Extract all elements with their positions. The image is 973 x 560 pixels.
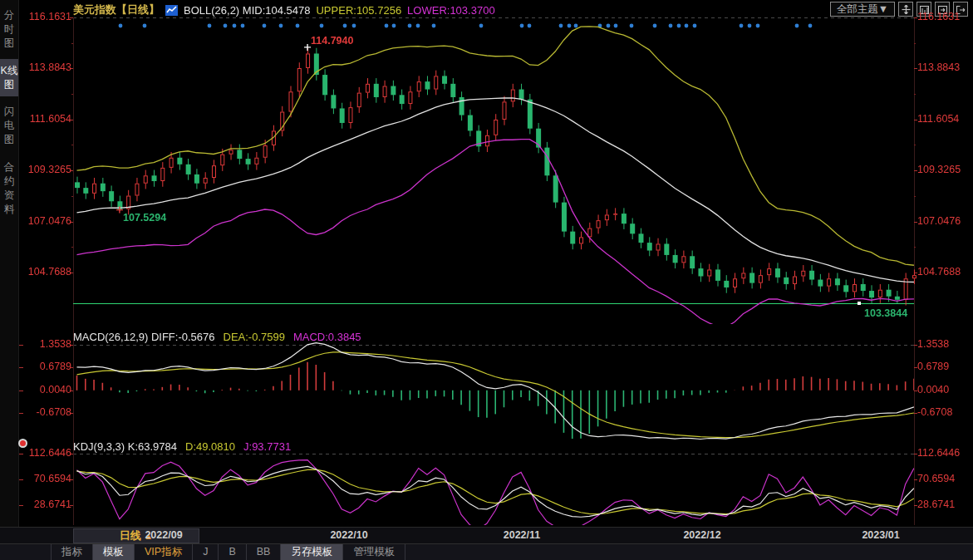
- date-axis-label: 2022/09: [145, 529, 182, 541]
- main-axis-label-left: 107.0476: [20, 215, 71, 227]
- date-axis-label: 2022/10: [330, 529, 367, 541]
- kdj-j-value: J:93.7731: [243, 440, 291, 453]
- boll-upper-value: UPPER:105.7256: [316, 4, 401, 17]
- main-axis-label-left: 104.7688: [20, 266, 71, 278]
- sidebar-tab-1[interactable]: K线图: [0, 59, 18, 97]
- chart-type-icon: [165, 5, 178, 16]
- macd-diff-value: MACD(26,12,9) DIFF:-0.5676: [73, 331, 215, 343]
- main-axis-label-right: 116.1631: [917, 11, 972, 22]
- main-axis-label-right: 107.0476: [917, 215, 972, 227]
- main-axis-label-left: 109.3265: [20, 164, 71, 175]
- macd-axis-label-right: -0.6708: [917, 406, 972, 418]
- toolbar-tab-7[interactable]: 管理模板: [342, 544, 405, 560]
- kdj-header: KDJ(9,3,3) K:63.9784 D:49.0810 J:93.7731: [73, 440, 291, 453]
- boll-mid-value: BOLL(26,2) MID:104.5478: [184, 4, 310, 17]
- chart-header: 美元指数【日线】 BOLL(26,2) MID:104.5478 UPPER:1…: [73, 2, 495, 17]
- kdj-k-value: KDJ(9,3,3) K:63.9784: [73, 440, 177, 453]
- bottom-toolbar: 指标模板VIP指标JBBB另存模板管理模板: [0, 543, 973, 560]
- sidebar-tab-3[interactable]: 合约资料: [0, 155, 18, 222]
- toolbar-tab-6[interactable]: 另存模板: [280, 544, 343, 560]
- kdj-d-value: D:49.0810: [185, 440, 235, 453]
- kdj-axis-label-right: 70.6594: [917, 473, 972, 484]
- low-price-annotation: 107.5294: [123, 212, 166, 224]
- macd-axis-label-left: 0.6789: [20, 361, 71, 372]
- macd-axis-label-left: -0.6708: [20, 406, 71, 418]
- chart-canvas[interactable]: [0, 0, 973, 560]
- date-axis-label: 2023/01: [862, 529, 899, 541]
- main-axis-label-right: 104.7688: [917, 266, 972, 278]
- main-axis-label-right: 109.3265: [917, 164, 972, 175]
- main-axis-label-left: 113.8843: [20, 61, 71, 73]
- main-axis-label-left: 116.1631: [20, 11, 71, 22]
- crosshair-move-icon[interactable]: [898, 2, 913, 17]
- symbol-title: 美元指数【日线】: [73, 2, 160, 17]
- macd-header: MACD(26,12,9) DIFF:-0.5676 DEA:-0.7599 M…: [73, 331, 361, 343]
- main-axis-label-left: 111.6054: [20, 113, 71, 125]
- kdj-axis-label-left: 70.6594: [20, 473, 71, 484]
- chart-mode-sidebar: 分时图K线图闪电图合约资料: [0, 0, 19, 528]
- kdj-axis-label-left: 112.6446: [20, 447, 71, 459]
- toolbar-tab-3[interactable]: J: [192, 544, 219, 560]
- sidebar-tab-0[interactable]: 分时图: [0, 3, 18, 56]
- main-axis-label-right: 111.6054: [917, 113, 972, 125]
- kdj-axis-label-right: 112.6446: [917, 447, 972, 459]
- indicator-target-icon[interactable]: [18, 439, 27, 448]
- kdj-axis-label-right: 28.6741: [917, 499, 972, 510]
- boll-lower-value: LOWER:103.3700: [407, 4, 495, 17]
- macd-axis-label-right: 0.0040: [917, 384, 972, 395]
- sidebar-tab-2[interactable]: 闪电图: [0, 100, 18, 152]
- macd-axis-label-left: 0.0040: [20, 384, 71, 395]
- app-window: 美元指数【日线】 BOLL(26,2) MID:104.5478 UPPER:1…: [0, 0, 973, 560]
- macd-axis-label-right: 0.6789: [917, 361, 972, 372]
- toolbar-tab-2[interactable]: VIP指标: [134, 544, 193, 560]
- date-axis-row: 日线 ▲ 2022/092022/102022/112022/122023/01: [0, 527, 973, 544]
- date-axis-label: 2022/11: [504, 529, 541, 541]
- last-price-annotation: 103.3844: [864, 307, 907, 319]
- toolbar-tab-1[interactable]: 模板: [92, 544, 135, 560]
- toolbar-tab-0[interactable]: 指标: [51, 544, 93, 560]
- toolbar-tab-4[interactable]: B: [218, 544, 246, 560]
- macd-axis-label-right: 1.3538: [917, 338, 972, 350]
- macd-dea-value: DEA:-0.7599: [224, 331, 285, 343]
- macd-bar-value: MACD:0.3845: [293, 331, 361, 343]
- main-axis-label-right: 113.8843: [917, 61, 972, 73]
- high-price-annotation: 114.7940: [311, 35, 353, 47]
- date-axis-label: 2022/12: [683, 529, 720, 541]
- macd-axis-label-left: 1.3538: [20, 338, 71, 350]
- theme-dropdown-button[interactable]: 全部主题▼: [830, 2, 895, 17]
- period-label: 日线: [120, 529, 141, 542]
- kdj-axis-label-left: 28.6741: [20, 499, 71, 510]
- toolbar-tab-5[interactable]: BB: [246, 544, 282, 560]
